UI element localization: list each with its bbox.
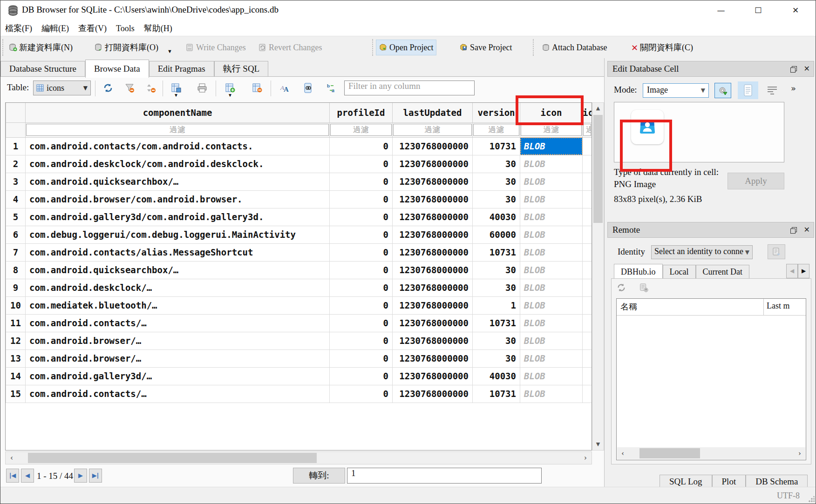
cell-icon-blob[interactable]: BLOB (520, 385, 583, 403)
menu-item-1[interactable]: 編輯(E) (37, 21, 74, 36)
maximize-button[interactable]: ☐ (744, 0, 773, 20)
row-number[interactable]: 3 (6, 173, 26, 190)
cell-icon-blob[interactable]: BLOB (520, 261, 583, 279)
cell-version[interactable]: 10731 (473, 385, 520, 403)
cell-componentName[interactable]: com.android.browser/com.android.browser. (26, 190, 330, 208)
close-database-button[interactable]: ✕ 關閉資料庫(C) (628, 40, 696, 55)
menu-item-2[interactable]: 查看(V) (74, 21, 111, 36)
cell-partial[interactable] (583, 367, 592, 385)
cell-profileId[interactable]: 0 (330, 314, 393, 332)
remote-list-header-name[interactable]: 名稱 (617, 299, 764, 315)
cell-lastUpdated[interactable]: 1230768000000 (393, 190, 473, 208)
cell-icon-blob[interactable]: BLOB (520, 173, 583, 190)
clear-filters-button[interactable] (122, 81, 136, 95)
goto-record-input[interactable]: 1 (347, 468, 542, 484)
cell-lastUpdated[interactable]: 1230768000000 (393, 385, 473, 403)
column-header-componentName[interactable]: componentName (26, 103, 330, 122)
cell-profileId[interactable]: 0 (330, 385, 393, 403)
cell-icon-blob[interactable]: BLOB (520, 190, 583, 208)
cell-profileId[interactable]: 0 (330, 226, 393, 243)
cell-partial[interactable] (583, 190, 592, 208)
scroll-left-arrow[interactable]: ‹ (617, 447, 628, 459)
text-view-button[interactable] (738, 81, 758, 99)
cell-partial[interactable] (583, 137, 592, 155)
cell-profileId[interactable]: 0 (330, 261, 393, 279)
float-panel-icon[interactable] (790, 66, 796, 72)
column-filter-profileId[interactable]: 過濾 (330, 122, 393, 137)
clear-sort-button[interactable] (144, 81, 158, 95)
insert-record-button[interactable]: ▼ (223, 81, 237, 95)
minimize-button[interactable]: — (707, 0, 735, 20)
cell-icon-blob[interactable]: BLOB (520, 208, 583, 226)
column-filter-version[interactable]: 過濾 (473, 122, 520, 137)
column-filter-componentName[interactable]: 過濾 (26, 122, 330, 137)
cell-partial[interactable] (583, 332, 592, 349)
mode-select[interactable]: Image ▼ (643, 83, 709, 98)
row-number[interactable]: 9 (6, 279, 26, 296)
cell-partial[interactable] (583, 208, 592, 226)
cell-lastUpdated[interactable]: 1230768000000 (393, 349, 473, 367)
tab-scroll-left-arrow[interactable]: ◀ (786, 264, 798, 278)
cell-version[interactable]: 30 (473, 190, 520, 208)
cell-profileId[interactable]: 0 (330, 367, 393, 385)
row-number[interactable]: 14 (6, 367, 26, 385)
row-number[interactable]: 4 (6, 190, 26, 208)
cell-componentName[interactable]: com.android.browser/… (26, 349, 330, 367)
cell-version[interactable]: 30 (473, 349, 520, 367)
cell-version[interactable]: 40030 (473, 208, 520, 226)
cell-componentName[interactable]: com.android.browser/… (26, 332, 330, 349)
cell-partial[interactable] (583, 349, 592, 367)
remote-tab-local[interactable]: Local (663, 265, 696, 279)
column-header-lastUpdated[interactable]: lastUpdated (393, 103, 473, 122)
cell-componentName[interactable]: com.android.contacts/com.android.contact… (26, 137, 330, 155)
remote-list-header-lastmodified[interactable]: Last m (764, 299, 806, 315)
cell-partial[interactable] (583, 243, 592, 261)
word-wrap-button[interactable] (767, 85, 778, 95)
replace-button[interactable]: ba (325, 81, 339, 95)
cell-icon-blob[interactable]: BLOB (520, 243, 583, 261)
cell-icon-blob[interactable]: BLOB (520, 296, 583, 314)
cell-profileId[interactable]: 0 (330, 173, 393, 190)
cell-version[interactable]: 10731 (473, 314, 520, 332)
open-database-dropdown-arrow[interactable]: ▼ (167, 48, 172, 54)
column-filter-input[interactable]: 過濾 (583, 124, 591, 136)
refresh-button[interactable] (101, 81, 115, 95)
cell-lastUpdated[interactable]: 1230768000000 (393, 226, 473, 243)
attach-database-button[interactable]: Attach Database (539, 40, 610, 55)
column-filter-input[interactable]: 過濾 (521, 124, 582, 136)
remote-tab-current-dat[interactable]: Current Dat (696, 265, 749, 279)
cell-componentName[interactable]: com.debug.loggerui/com.debug.loggerui.Ma… (26, 226, 330, 243)
remote-tab-dbhub-io[interactable]: DBHub.io (614, 264, 663, 280)
cell-partial[interactable] (583, 314, 592, 332)
cell-componentName[interactable]: com.android.contacts/… (26, 385, 330, 403)
vertical-scroll-thumb[interactable] (593, 115, 603, 223)
save-results-button[interactable]: ▼ (169, 81, 183, 95)
cell-lastUpdated[interactable]: 1230768000000 (393, 332, 473, 349)
cell-version[interactable]: 30 (473, 173, 520, 190)
resize-grip[interactable] (808, 496, 815, 503)
table-select[interactable]: icons ▼ (33, 81, 91, 95)
cell-profileId[interactable]: 0 (330, 296, 393, 314)
cell-version[interactable]: 60000 (473, 226, 520, 243)
cell-profileId[interactable]: 0 (330, 208, 393, 226)
cell-partial[interactable] (583, 226, 592, 243)
column-header-profileId[interactable]: profileId (330, 103, 393, 122)
scroll-down-arrow[interactable]: ▼ (592, 439, 604, 450)
cell-lastUpdated[interactable]: 1230768000000 (393, 208, 473, 226)
cell-profileId[interactable]: 0 (330, 279, 393, 296)
cell-componentName[interactable]: com.android.contacts/… (26, 314, 330, 332)
cell-lastUpdated[interactable]: 1230768000000 (393, 173, 473, 190)
row-number[interactable]: 8 (6, 261, 26, 279)
cell-lastUpdated[interactable]: 1230768000000 (393, 367, 473, 385)
cell-partial[interactable] (583, 296, 592, 314)
row-number[interactable]: 12 (6, 332, 26, 349)
column-filter-input[interactable]: 過濾 (393, 124, 472, 136)
import-certificate-button[interactable] (768, 244, 785, 259)
import-data-button[interactable] (714, 83, 731, 98)
column-filter-input[interactable]: 過濾 (26, 124, 329, 136)
cell-componentName[interactable]: com.android.deskclock/com.android.deskcl… (26, 155, 330, 173)
column-header-ic[interactable]: ic (583, 103, 592, 122)
horizontal-scroll-thumb[interactable] (28, 453, 317, 463)
apply-button[interactable]: Apply (728, 173, 784, 189)
tab-執行-sql[interactable]: 執行 SQL (214, 61, 269, 77)
